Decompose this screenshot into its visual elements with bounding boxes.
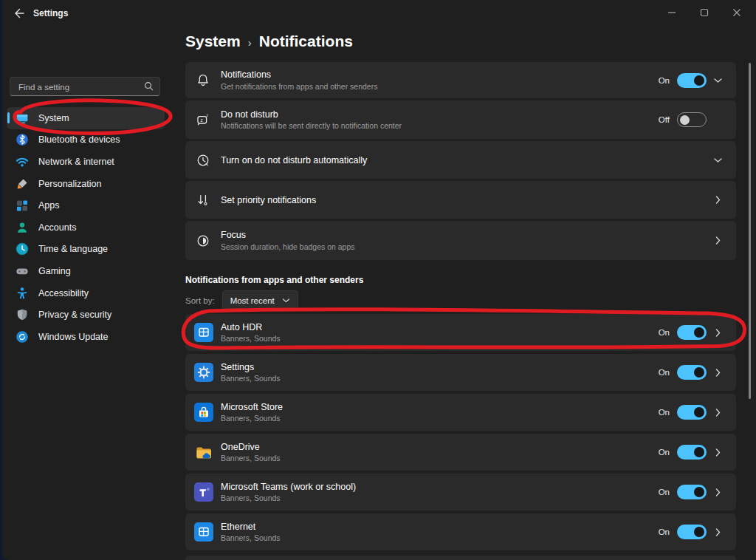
sidebar-item-label: Accounts	[38, 222, 76, 233]
sidebar-item-bluetooth-devices[interactable]: Bluetooth & devices	[7, 129, 165, 151]
minimize-button[interactable]	[656, 1, 688, 24]
close-button[interactable]	[721, 1, 753, 24]
expand-button[interactable]	[709, 154, 726, 166]
row-title: Focus	[221, 230, 707, 240]
settings-app-toggle[interactable]	[677, 365, 707, 380]
app-row-onedrive[interactable]: OneDrive Banners, Sounds On	[185, 434, 736, 471]
sidebar-item-privacy-security[interactable]: Privacy & security	[7, 304, 165, 326]
settings-row-focus[interactable]: Focus Session duration, hide badges on a…	[185, 221, 736, 260]
focus-icon	[196, 233, 210, 248]
app-row-settings[interactable]: Settings Banners, Sounds On	[185, 354, 736, 391]
row-text: Focus Session duration, hide badges on a…	[221, 230, 707, 251]
app-name: Microsoft Teams (work or school)	[221, 482, 659, 492]
selection-accent-pill	[7, 112, 10, 123]
toggle-state-label: On	[659, 448, 670, 457]
vertical-scrollbar[interactable]	[749, 63, 751, 399]
chevron-right-icon	[715, 368, 721, 378]
search-input[interactable]	[17, 78, 138, 96]
app-row-microsoft-teams[interactable]: Microsoft Teams (work or school) Banners…	[185, 474, 736, 511]
sidebar-item-network-internet[interactable]: Network & internet	[7, 151, 165, 173]
search-box[interactable]	[10, 77, 160, 96]
sort-dropdown[interactable]: Most recent	[222, 290, 298, 311]
toggle-knob	[694, 447, 704, 457]
row-title: Turn on do not disturb automatically	[221, 155, 707, 165]
auto-hdr-app-icon	[194, 323, 213, 342]
row-controls: On	[659, 325, 726, 340]
toggle-knob	[694, 367, 704, 378]
row-subtitle: Get notifications from apps and other se…	[221, 82, 659, 91]
settings-row-dnd-automatic[interactable]: Turn on do not disturb automatically	[185, 141, 736, 179]
row-text: Auto HDR Banners, Sounds	[221, 322, 659, 344]
chevron-down-icon	[282, 298, 290, 304]
row-controls: On	[659, 365, 726, 380]
do-not-disturb-toggle[interactable]	[677, 112, 707, 127]
sidebar-item-label: Personalization	[38, 179, 101, 189]
sidebar-item-system[interactable]: System	[7, 107, 165, 129]
navigate-chevron	[709, 446, 726, 458]
sidebar-item-accounts[interactable]: Accounts	[7, 216, 165, 239]
row-text: Notifications Get notifications from app…	[221, 69, 659, 91]
update-icon	[15, 329, 30, 344]
toggle-knob	[694, 75, 704, 86]
settings-row-notifications[interactable]: Notifications Get notifications from app…	[185, 62, 736, 98]
settings-row-priority-notifications[interactable]: Set priority notifications	[185, 181, 736, 219]
sidebar-item-windows-update[interactable]: Windows Update	[7, 326, 165, 348]
row-text: Microsoft Store Banners, Sounds	[221, 402, 659, 423]
row-controls	[707, 154, 726, 166]
chevron-down-icon	[713, 157, 723, 164]
row-controls: On	[659, 485, 726, 499]
sort-by-label: Sort by:	[185, 296, 215, 305]
maximize-icon	[700, 8, 709, 17]
navigate-chevron	[709, 486, 726, 498]
app-name: Microsoft Store	[221, 402, 659, 412]
window-controls	[656, 1, 753, 24]
row-controls: Off	[659, 112, 726, 127]
microsoft-store-toggle[interactable]	[677, 405, 707, 420]
page-title: Notifications	[259, 33, 353, 50]
onedrive-toggle[interactable]	[677, 445, 707, 460]
sidebar-item-label: Gaming	[38, 266, 71, 276]
settings-row-do-not-disturb[interactable]: z z Do not disturb Notifications will be…	[185, 100, 736, 139]
sort-row: Sort by: Most recent	[185, 290, 298, 311]
sidebar-item-time-language[interactable]: Time & language	[7, 239, 165, 261]
row-controls: On	[659, 525, 726, 539]
navigate-chevron	[709, 194, 726, 206]
notifications-toggle[interactable]	[677, 73, 707, 88]
app-row-auto-hdr[interactable]: Auto HDR Banners, Sounds On	[185, 314, 736, 351]
navigate-chevron	[709, 406, 726, 418]
svg-text:z: z	[200, 117, 202, 123]
breadcrumb-parent[interactable]: System	[185, 33, 241, 50]
row-text: Turn on do not disturb automatically	[221, 155, 707, 165]
ethernet-toggle[interactable]	[677, 525, 707, 539]
sidebar-item-accessibility[interactable]: Accessibility	[7, 282, 165, 304]
svg-text:z: z	[207, 113, 209, 117]
app-row-microsoft-store[interactable]: Microsoft Store Banners, Sounds On	[185, 394, 736, 431]
expand-button[interactable]	[709, 75, 726, 86]
chevron-right-icon	[715, 488, 721, 497]
do-not-disturb-icon: z z	[196, 112, 210, 127]
back-button[interactable]	[13, 7, 26, 20]
microsoft-teams-toggle[interactable]	[677, 485, 707, 499]
next-app-row-partial	[185, 556, 736, 560]
ethernet-app-icon	[194, 522, 213, 542]
sidebar-item-label: System	[38, 113, 69, 123]
sort-selected-value: Most recent	[230, 296, 275, 305]
app-row-ethernet[interactable]: Ethernet Banners, Sounds On	[185, 513, 736, 550]
sidebar-nav: System Bluetooth & devices Network & int…	[7, 107, 169, 348]
wifi-icon	[15, 154, 30, 169]
toggle-state-label: On	[659, 368, 670, 377]
onedrive-app-icon	[194, 443, 213, 462]
maximize-button[interactable]	[688, 1, 721, 24]
chevron-right-icon	[715, 328, 721, 338]
chevron-right-icon	[715, 448, 721, 457]
sidebar-item-gaming[interactable]: Gaming	[7, 260, 165, 282]
sidebar-item-personalization[interactable]: Personalization	[7, 173, 165, 195]
app-subtitle: Banners, Sounds	[221, 414, 659, 423]
chevron-spacer	[709, 114, 726, 126]
window-title: Settings	[33, 8, 68, 18]
row-text: Microsoft Teams (work or school) Banners…	[221, 482, 659, 503]
microsoft-store-app-icon	[194, 403, 213, 422]
sidebar-item-apps[interactable]: Apps	[7, 194, 165, 216]
auto-hdr-toggle[interactable]	[677, 325, 707, 340]
screenshot-root: Settings Sys	[0, 0, 756, 560]
